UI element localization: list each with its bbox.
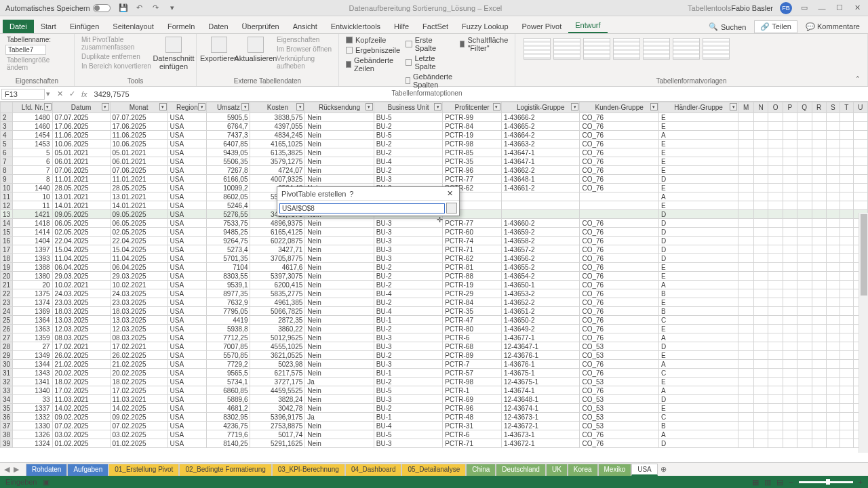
cell[interactable]: 12-43676-1 (501, 351, 580, 360)
cell[interactable] (840, 360, 854, 369)
cell[interactable]: 1340 (13, 386, 52, 395)
cell[interactable]: Nein (305, 369, 374, 378)
cell[interactable]: 9485,25 (207, 228, 250, 237)
cell[interactable] (853, 131, 867, 140)
cell[interactable]: USA (167, 263, 207, 272)
cell[interactable]: CO_76 (580, 148, 658, 157)
cell[interactable]: 1359 (13, 333, 52, 342)
row-header[interactable]: 29 (1, 351, 13, 360)
cell[interactable]: 6860,85 (207, 386, 250, 395)
column-header[interactable]: Business Unit▾ (374, 102, 442, 113)
cell[interactable]: PCTR-62 (443, 254, 502, 263)
cell[interactable]: CO_76 (580, 360, 658, 369)
cell[interactable] (754, 148, 768, 157)
cell[interactable]: 1326 (13, 430, 52, 439)
cell[interactable]: PCTR-85 (443, 148, 502, 157)
cell[interactable] (853, 175, 867, 184)
cell[interactable] (826, 122, 840, 131)
cell[interactable]: 7007,85 (207, 342, 250, 351)
cell[interactable]: USA (167, 113, 207, 122)
cell[interactable] (738, 342, 754, 351)
cell[interactable] (768, 404, 783, 413)
cell[interactable]: CO_76 (580, 386, 658, 395)
column-header[interactable]: M (738, 102, 754, 113)
cell[interactable] (812, 148, 826, 157)
cell[interactable]: 12-43672-1 (501, 422, 580, 430)
cell[interactable]: 03.02.2025 (110, 430, 167, 439)
cell[interactable] (738, 422, 754, 430)
table-row[interactable]: 9811.01.202111.01.2021USA6166,054007,932… (1, 175, 868, 184)
cell[interactable]: D (658, 245, 738, 254)
cell[interactable] (826, 395, 840, 404)
style-swatch[interactable] (643, 38, 670, 60)
cell[interactable]: 10.02.2021 (52, 281, 110, 289)
cell[interactable] (738, 131, 754, 140)
cell[interactable] (783, 113, 797, 122)
redo-icon[interactable]: ↷ (151, 3, 161, 13)
cell[interactable] (826, 351, 840, 360)
cell[interactable]: 18.02.2025 (52, 378, 110, 386)
cell[interactable] (768, 281, 783, 289)
cell[interactable] (783, 360, 797, 369)
cell[interactable]: Nein (305, 307, 374, 316)
cell[interactable] (826, 439, 840, 448)
cell[interactable]: 24.03.2025 (52, 289, 110, 298)
cell[interactable] (783, 342, 797, 351)
cell[interactable]: 6022,0875 (250, 237, 305, 245)
row-header[interactable]: 10 (1, 184, 13, 192)
row-header[interactable]: 38 (1, 430, 13, 439)
cell[interactable] (754, 333, 768, 342)
cell[interactable]: 4007,9325 (250, 175, 305, 184)
tablename-input[interactable] (5, 45, 46, 55)
cell[interactable] (840, 307, 854, 316)
cell[interactable]: PCTR-19 (443, 131, 502, 140)
cell[interactable]: 1-43661-2 (501, 184, 580, 192)
cell[interactable] (840, 263, 854, 272)
cell[interactable] (783, 254, 797, 263)
cell[interactable]: 6166,05 (207, 175, 250, 184)
cell[interactable]: BU-2 (374, 378, 442, 386)
cell[interactable] (797, 351, 812, 360)
cell[interactable]: BU-3 (374, 175, 442, 184)
cell[interactable] (783, 237, 797, 245)
cell[interactable]: 1330 (13, 422, 52, 430)
cell[interactable] (826, 307, 840, 316)
cell[interactable]: CO_76 (580, 219, 658, 228)
column-header[interactable]: Umsatz▾ (207, 102, 250, 113)
cell[interactable]: 4681,2 (207, 404, 250, 413)
cell[interactable] (826, 245, 840, 254)
cell[interactable] (783, 298, 797, 307)
cell[interactable] (840, 386, 854, 395)
cell[interactable] (768, 201, 783, 210)
cell[interactable]: 14.01.2021 (52, 201, 110, 210)
cell[interactable]: 7104 (207, 263, 250, 272)
cell[interactable] (738, 439, 754, 448)
cell[interactable]: 18.03.2025 (110, 307, 167, 316)
cell[interactable]: 1-43672-1 (501, 439, 580, 448)
filter-button-checkbox[interactable]: Schaltfläche "Filter" (458, 35, 511, 53)
cell[interactable]: 07.02.2025 (52, 422, 110, 430)
column-header[interactable]: Profitcenter▾ (443, 102, 502, 113)
cell[interactable] (826, 131, 840, 140)
cell[interactable]: Nein (305, 122, 374, 131)
cell[interactable] (783, 201, 797, 210)
column-header[interactable]: Logistik-Gruppe▾ (501, 102, 580, 113)
cell[interactable]: 1-43675-1 (501, 369, 580, 378)
cell[interactable]: CO_53 (580, 404, 658, 413)
cell[interactable] (812, 333, 826, 342)
tab-formeln[interactable]: Formeln (161, 20, 201, 33)
cell[interactable]: 6217,575 (250, 369, 305, 378)
cell[interactable] (812, 237, 826, 245)
cell[interactable] (754, 245, 768, 254)
cell[interactable]: Nein (305, 325, 374, 333)
table-row[interactable]: 5145310.06.202510.06.2025USA6407,854165,… (1, 140, 868, 148)
cell[interactable]: 4555,1025 (250, 342, 305, 351)
cell[interactable]: 8 (13, 175, 52, 184)
qat-dropdown-icon[interactable]: ▾ (167, 3, 177, 13)
cell[interactable]: 12.03.2025 (110, 325, 167, 333)
cell[interactable] (738, 325, 754, 333)
cell[interactable] (768, 395, 783, 404)
cell[interactable]: USA (167, 316, 207, 325)
cell[interactable] (812, 298, 826, 307)
cell[interactable] (853, 184, 867, 192)
